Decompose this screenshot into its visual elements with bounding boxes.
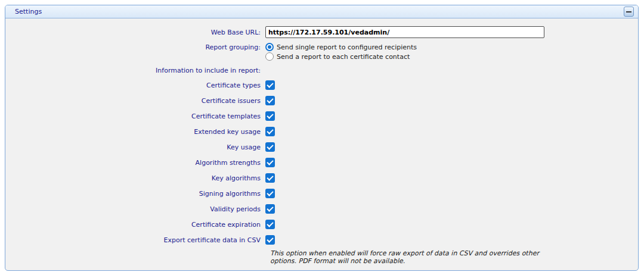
web-base-url-input[interactable] [265,26,544,38]
checkbox-key-usage[interactable] [265,142,275,152]
radio-checked-icon[interactable] [265,43,274,51]
checkbox-label: Export certificate data in CSV [5,236,265,244]
panel-title: Settings [15,8,42,15]
include-section-label: Information to include in report: [5,67,265,74]
report-grouping-row-1: Report grouping: Send single report to c… [5,42,638,52]
report-grouping-row-2: Send a report to each certificate contac… [5,52,638,61]
radio-unchecked-icon[interactable] [265,52,274,61]
checkbox-row-signing-algorithms: Signing algorithms [5,189,638,198]
checkbox-certificate-templates[interactable] [265,111,275,121]
checkbox-signing-algorithms[interactable] [265,189,275,198]
checkbox-row-export-csv: Export certificate data in CSV [5,235,638,245]
include-options-list: Certificate types Certificate issuers Ce… [5,80,638,245]
settings-form: Web Base URL: Report grouping: Send sing… [5,18,638,265]
checkbox-certificate-issuers[interactable] [265,96,275,105]
settings-panel-header: Settings [5,5,638,18]
checkbox-label: Certificate issuers [5,97,265,105]
radio-option-per-contact[interactable]: Send a report to each certificate contac… [265,52,410,61]
checkbox-row-certificate-templates: Certificate templates [5,111,638,121]
checkbox-label: Algorithm strengths [5,159,265,167]
checkbox-label: Key usage [5,143,265,151]
include-section-row: Information to include in report: [5,66,638,74]
minus-icon [626,11,631,12]
web-base-url-row: Web Base URL: [5,26,638,38]
checkbox-row-certificate-issuers: Certificate issuers [5,96,638,105]
checkbox-extended-key-usage[interactable] [265,127,275,136]
checkbox-export-csv[interactable] [265,235,275,245]
checkbox-key-algorithms[interactable] [265,173,275,183]
checkbox-row-key-usage: Key usage [5,142,638,152]
csv-export-note: This option when enabled will force raw … [270,249,555,265]
radio-option-label: Send a report to each certificate contac… [277,53,410,61]
checkbox-row-extended-key-usage: Extended key usage [5,127,638,136]
collapse-button[interactable] [624,7,634,17]
checkbox-label: Signing algorithms [5,190,265,198]
checkbox-label: Extended key usage [5,128,265,136]
checkbox-label: Key algorithms [5,174,265,182]
checkbox-algorithm-strengths[interactable] [265,158,275,167]
checkbox-validity-periods[interactable] [265,204,275,214]
report-grouping-label: Report grouping: [5,43,265,51]
web-base-url-label: Web Base URL: [5,29,265,36]
checkbox-label: Validity periods [5,205,265,213]
checkbox-certificate-types[interactable] [265,80,275,90]
checkbox-label: Certificate types [5,82,265,89]
checkbox-row-algorithm-strengths: Algorithm strengths [5,158,638,167]
settings-panel: Settings Web Base URL: Report grouping: … [5,5,639,271]
checkbox-row-certificate-types: Certificate types [5,80,638,90]
checkbox-row-validity-periods: Validity periods [5,204,638,214]
checkbox-label: Certificate expiration [5,221,265,229]
checkbox-certificate-expiration[interactable] [265,220,275,229]
radio-option-single-report[interactable]: Send single report to configured recipie… [265,42,417,52]
report-grouping-group: Report grouping: Send single report to c… [5,42,638,61]
checkbox-row-certificate-expiration: Certificate expiration [5,220,638,229]
radio-option-label: Send single report to configured recipie… [277,43,417,51]
checkbox-label: Certificate templates [5,112,265,120]
checkbox-row-key-algorithms: Key algorithms [5,173,638,183]
